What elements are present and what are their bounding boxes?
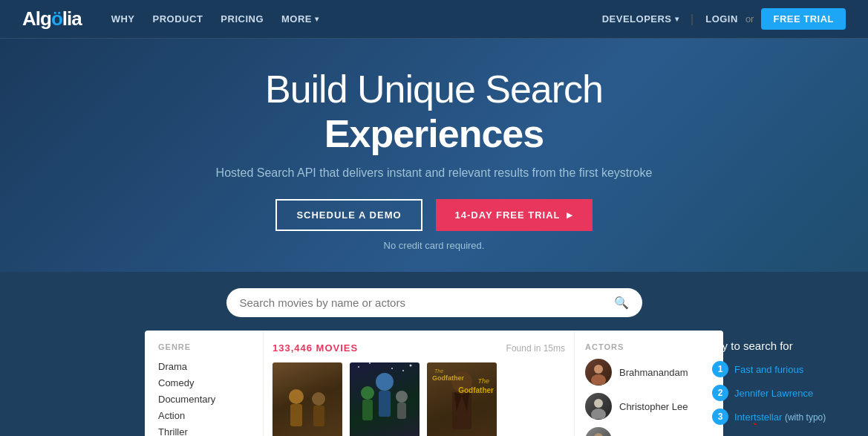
search-bar-wrap: 🔍: [15, 288, 853, 317]
hero-subheadline: Hosted Search API that delivers instant …: [15, 166, 853, 180]
genre-action[interactable]: Action: [158, 408, 249, 424]
actors-column: ACTORS Brahmanandam: [575, 331, 723, 436]
free-trial-button-hero[interactable]: 14-DAY FREE TRIAL: [436, 199, 593, 231]
movie-thumb-godfather[interactable]: The Godfather: [427, 362, 497, 436]
movie-thumbnails: SHAWSHANK: [273, 362, 565, 436]
nav-or-text: or: [745, 13, 754, 25]
svg-text:The: The: [434, 368, 443, 374]
search-input[interactable]: [240, 296, 607, 309]
svg-point-14: [410, 365, 412, 367]
genre-column: GENRE Drama Comedy Documentary Action Th…: [145, 331, 264, 436]
results-panel: GENRE Drama Comedy Documentary Action Th…: [145, 331, 723, 436]
navbar: Algölia WHY PRODUCT PRICING MORE DEVELOP…: [0, 0, 868, 39]
svg-text:Godfather: Godfather: [432, 374, 464, 382]
try-search-title: Try to search for: [712, 339, 846, 352]
svg-point-26: [594, 433, 603, 436]
svg-point-11: [358, 366, 359, 368]
svg-rect-6: [379, 391, 391, 417]
search-bar: 🔍: [226, 288, 642, 317]
nav-pricing[interactable]: PRICING: [221, 13, 264, 25]
actors-label: ACTORS: [585, 342, 713, 351]
nav-right: DEVELOPERS | LOGIN or FREE TRIAL: [602, 8, 846, 30]
try-item-2[interactable]: 2 Jennifer Lawrence: [712, 385, 846, 401]
svg-rect-10: [397, 403, 406, 419]
actor-avatar-nasser: [585, 427, 612, 436]
nav-more[interactable]: MORE: [281, 13, 319, 25]
movies-column: 133,446 MOVIES Found in 15ms SHA: [264, 331, 575, 436]
found-time: Found in 15ms: [506, 343, 565, 354]
actor-name-christopher: Christopher Lee: [619, 401, 688, 412]
svg-point-25: [591, 409, 606, 419]
genre-documentary[interactable]: Documentary: [158, 391, 249, 408]
logo-dot: ö: [51, 7, 62, 30]
genre-drama[interactable]: Drama: [158, 359, 249, 375]
actor-item-1[interactable]: Brahmanandam: [585, 359, 713, 385]
try-num-1: 1: [712, 361, 728, 377]
genre-thriller[interactable]: Thriller: [158, 424, 249, 436]
actor-item-2[interactable]: Christopher Lee: [585, 393, 713, 420]
svg-point-7: [361, 386, 374, 400]
nav-developers[interactable]: DEVELOPERS: [602, 13, 679, 25]
headline-part2: Experiences: [324, 112, 544, 155]
hero-buttons: SCHEDULE A DEMO 14-DAY FREE TRIAL: [15, 199, 853, 231]
movies-count: 133,446 MOVIES: [273, 342, 358, 354]
try-num-2: 2: [712, 385, 728, 401]
nav-links: WHY PRODUCT PRICING MORE: [111, 13, 602, 25]
try-label-fast[interactable]: Fast and furious: [734, 364, 803, 375]
actor-item-3[interactable]: Nasser: [585, 427, 713, 436]
main-wrapper: Build Unique Search Experiences Hosted S…: [0, 39, 868, 436]
try-search-panel: Try to search for 1 Fast and furious 2 J…: [712, 339, 846, 432]
svg-point-12: [369, 362, 371, 364]
no-cc-text: No credit card required.: [15, 240, 853, 251]
thumb-shawshank-art: SHAWSHANK: [273, 362, 342, 436]
hero-headline: Build Unique Search Experiences: [15, 67, 853, 156]
svg-point-22: [594, 365, 603, 374]
movie-thumb-guardians[interactable]: [350, 362, 420, 436]
typo-highlight: t: [754, 411, 757, 423]
try-label-interstellar[interactable]: Intertstellar (with typo): [734, 411, 826, 423]
svg-point-2: [312, 392, 325, 406]
free-trial-button[interactable]: FREE TRIAL: [761, 8, 846, 30]
try-item-1[interactable]: 1 Fast and furious: [712, 361, 846, 377]
svg-point-24: [594, 399, 603, 408]
search-icon: 🔍: [614, 296, 629, 310]
svg-point-0: [289, 389, 304, 404]
hero-section: Build Unique Search Experiences Hosted S…: [0, 39, 868, 272]
svg-point-23: [591, 374, 606, 385]
typo-note: (with typo): [785, 412, 826, 423]
nav-product[interactable]: PRODUCT: [153, 13, 203, 25]
svg-rect-1: [290, 404, 302, 426]
movie-thumb-shawshank[interactable]: SHAWSHANK: [273, 362, 342, 436]
svg-point-5: [376, 373, 394, 391]
actor-avatar-christopher: [585, 393, 612, 420]
nav-why[interactable]: WHY: [111, 13, 135, 25]
svg-rect-8: [362, 400, 373, 420]
nav-login[interactable]: LOGIN: [705, 13, 738, 25]
try-label-jennifer[interactable]: Jennifer Lawrence: [734, 388, 813, 399]
headline-part1: Build Unique Search: [265, 68, 603, 111]
movies-header: 133,446 MOVIES Found in 15ms: [273, 342, 565, 354]
genre-list: Drama Comedy Documentary Action Thriller…: [158, 359, 249, 436]
svg-rect-3: [313, 406, 324, 426]
genre-comedy[interactable]: Comedy: [158, 375, 249, 391]
actor-name-brahmanandam: Brahmanandam: [619, 367, 688, 378]
genre-label: GENRE: [158, 342, 249, 351]
try-item-3[interactable]: 3 Intertstellar (with typo): [712, 409, 846, 425]
actor-avatar-brahmanandam: [585, 359, 612, 385]
try-num-3: 3: [712, 409, 728, 425]
logo[interactable]: Algölia: [22, 7, 82, 30]
svg-point-9: [396, 391, 408, 403]
svg-point-13: [402, 370, 404, 371]
nav-separator: |: [691, 13, 694, 26]
thumb-guardians-art: [350, 362, 420, 436]
svg-point-15: [391, 368, 393, 369]
thumb-godfather-art: The Godfather: [427, 362, 497, 436]
schedule-demo-button[interactable]: SCHEDULE A DEMO: [275, 199, 422, 231]
